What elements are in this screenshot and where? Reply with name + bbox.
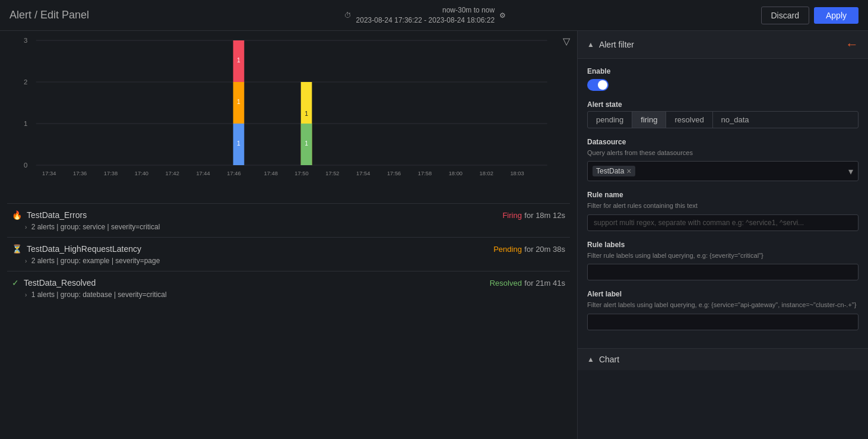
left-panel: ▽ 3 2 1 0 1 1 (0, 31, 577, 439)
alert-detail-text: 2 alerts | group: example | severity=pag… (31, 257, 160, 265)
datasource-tag-remove[interactable]: × (626, 167, 631, 175)
svg-text:17:46: 17:46 (227, 170, 240, 176)
alert-filter-form: Enable Alert state pending firing resolv… (578, 59, 868, 348)
rule-labels-group: Rule labels Filter rule labels using lab… (587, 241, 859, 280)
status-firing: Firing (502, 211, 522, 220)
alert-name-group: ✓ TestData_Resolved (12, 278, 96, 288)
settings-icon[interactable]: ⚙ (499, 11, 506, 20)
chart-section: ▲ Chart (578, 348, 868, 370)
status-duration: for 21m 41s (524, 279, 565, 288)
datasource-tag-input[interactable]: TestData × ▾ (587, 161, 859, 181)
apply-button[interactable]: Apply (814, 7, 859, 24)
alert-name: TestData_Resolved (24, 278, 96, 288)
alert-status-group: Firing for 18m 12s (502, 210, 565, 220)
alert-status-group: Pending for 20m 38s (493, 244, 565, 254)
rule-name-desc: Filter for alert rules containing this t… (587, 201, 859, 210)
svg-text:1: 1 (305, 110, 308, 117)
breadcrumb-alert: Alert (9, 9, 31, 21)
fire-icon: 🔥 (12, 210, 22, 220)
rule-labels-desc: Filter rule labels using label querying,… (587, 251, 859, 260)
alert-name-group: ⏳ TestData_HighRequestLatency (12, 244, 141, 254)
resolved-icon: ✓ (12, 278, 19, 288)
arrow-annotation: ← (845, 37, 859, 52)
datasource-tag-text: TestData (596, 167, 624, 175)
alert-detail-text: 2 alerts | group: service | severity=cri… (31, 223, 160, 231)
section-header-left: ▲ Alert filter (587, 40, 634, 49)
svg-text:17:58: 17:58 (418, 170, 432, 176)
time-range-display[interactable]: ⏱ now-30m to now 2023-08-24 17:36:22 - 2… (344, 5, 506, 26)
svg-text:17:52: 17:52 (325, 170, 339, 176)
state-btn-firing[interactable]: firing (632, 112, 666, 128)
svg-text:0: 0 (24, 162, 27, 169)
datasource-label: Datasource (587, 138, 859, 146)
state-buttons: pending firing resolved no_data (587, 111, 859, 128)
alert-label-desc: Filter alert labels using label querying… (587, 301, 859, 309)
rule-labels-input[interactable] (587, 264, 859, 280)
state-btn-pending[interactable]: pending (588, 112, 632, 128)
pending-icon: ⏳ (12, 244, 22, 254)
alert-row-header: ✓ TestData_Resolved Resolved for 21m 41s (12, 277, 565, 288)
enable-group: Enable (587, 67, 859, 91)
svg-text:17:34: 17:34 (42, 170, 56, 176)
alert-details: › 1 alerts | group: datebase | severity=… (12, 290, 565, 299)
svg-text:1: 1 (237, 57, 240, 64)
alert-filter-section-header[interactable]: ▲ Alert filter ← (578, 31, 868, 59)
alert-row[interactable]: 🔥 TestData_Errors Firing for 18m 12s › 2… (7, 203, 570, 237)
arrow-left-icon: ← (845, 37, 859, 52)
state-btn-resolved[interactable]: resolved (666, 112, 712, 128)
topbar-actions: Discard Apply (761, 7, 859, 24)
alert-details: › 2 alerts | group: example | severity=p… (12, 257, 565, 265)
chevron-right-icon: › (25, 292, 27, 298)
svg-text:17:36: 17:36 (73, 170, 87, 176)
svg-text:17:44: 17:44 (196, 170, 210, 176)
datasource-dropdown[interactable]: ▾ (848, 166, 853, 177)
bar-chart: 3 2 1 0 1 1 1 (24, 36, 553, 178)
chevron-right-icon: › (25, 224, 27, 230)
alert-name: TestData_HighRequestLatency (27, 244, 141, 254)
chevron-up-icon: ▲ (587, 40, 594, 49)
state-btn-no-data[interactable]: no_data (713, 112, 758, 128)
svg-text:17:56: 17:56 (387, 170, 401, 176)
svg-text:3: 3 (24, 37, 27, 44)
svg-text:17:38: 17:38 (104, 170, 118, 176)
status-resolved: Resolved (490, 279, 522, 288)
status-pending: Pending (493, 245, 522, 254)
alert-name-group: 🔥 TestData_Errors (12, 210, 87, 220)
chart-filter-icon[interactable]: ▽ (563, 36, 570, 47)
svg-text:17:54: 17:54 (356, 170, 370, 176)
status-duration: for 20m 38s (524, 245, 565, 254)
svg-text:1: 1 (237, 140, 240, 147)
time-range-text: now-30m to now 2023-08-24 17:36:22 - 202… (356, 5, 495, 26)
datasource-desc: Query alerts from these datasources (587, 149, 859, 157)
chart-section-title: Chart (599, 355, 619, 364)
svg-text:17:40: 17:40 (135, 170, 148, 176)
alert-state-group: Alert state pending firing resolved no_d… (587, 100, 859, 128)
svg-text:2: 2 (24, 78, 27, 86)
discard-button[interactable]: Discard (761, 7, 809, 24)
alert-name: TestData_Errors (27, 210, 87, 220)
alert-row[interactable]: ✓ TestData_Resolved Resolved for 21m 41s… (7, 271, 570, 305)
time-relative: now-30m to now (442, 5, 495, 15)
rule-labels-label: Rule labels (587, 241, 859, 249)
alert-row[interactable]: ⏳ TestData_HighRequestLatency Pending fo… (7, 237, 570, 271)
svg-text:1: 1 (237, 99, 240, 105)
alert-state-label: Alert state (587, 100, 859, 109)
page-title: Alert / Edit Panel (9, 9, 89, 21)
alert-list: 🔥 TestData_Errors Firing for 18m 12s › 2… (0, 203, 577, 305)
right-panel: ▲ Alert filter ← Enable Alert state pend… (577, 31, 868, 439)
alert-label-input[interactable] (587, 314, 859, 330)
svg-text:18:02: 18:02 (480, 170, 493, 176)
svg-text:18:03: 18:03 (510, 170, 524, 176)
clock-icon: ⏱ (344, 11, 351, 20)
enable-label: Enable (587, 67, 859, 75)
alert-filter-title: Alert filter (599, 40, 634, 49)
rule-name-input[interactable] (587, 214, 859, 231)
breadcrumb-separator: / (31, 9, 40, 21)
enable-toggle[interactable] (587, 79, 609, 91)
datasource-tag: TestData × (593, 166, 635, 176)
breadcrumb-edit-panel: Edit Panel (40, 9, 89, 21)
alert-row-header: ⏳ TestData_HighRequestLatency Pending fo… (12, 244, 565, 254)
chart-section-header[interactable]: ▲ Chart (578, 349, 868, 370)
time-absolute: 2023-08-24 17:36:22 - 2023-08-24 18:06:2… (356, 15, 495, 26)
svg-text:18:00: 18:00 (449, 170, 462, 176)
